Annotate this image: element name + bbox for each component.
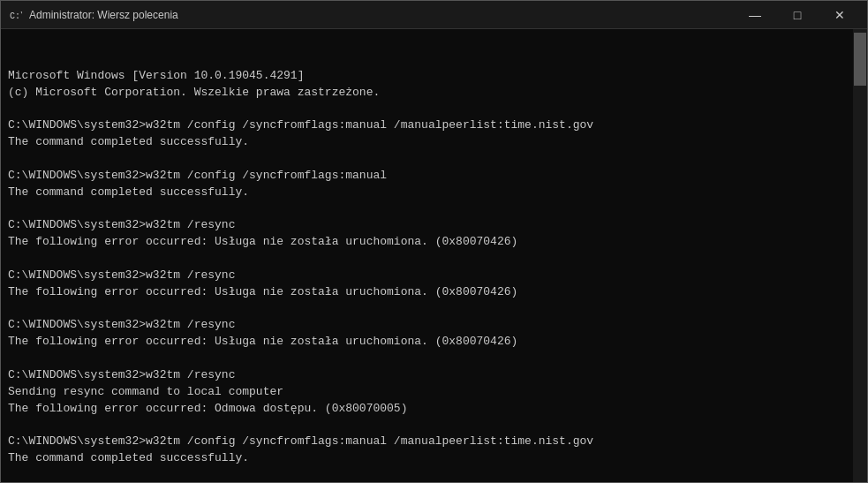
close-button[interactable]: ✕: [819, 1, 860, 29]
terminal-line: C:\WINDOWS\system32>w32tm /resync: [8, 317, 846, 334]
terminal-line: The command completed successfully.: [8, 134, 846, 151]
terminal-line: C:\WINDOWS\system32>w32tm /config /syncf…: [8, 117, 846, 134]
terminal-line: [8, 200, 846, 217]
terminal-line: C:\WINDOWS\system32>w32tm /resync: [8, 217, 846, 234]
terminal-line: [8, 101, 846, 117]
terminal-line: The following error occurred: Usługa nie…: [8, 234, 846, 251]
scrollbar-thumb[interactable]: [854, 33, 866, 86]
scrollbar[interactable]: [853, 29, 867, 482]
terminal-line: C:\WINDOWS\system32>w32tm /config /syncf…: [8, 168, 846, 185]
terminal-line: Sending resync command to local computer: [8, 384, 846, 401]
terminal-line: [8, 351, 846, 367]
terminal-line: (c) Microsoft Corporation. Wszelkie praw…: [8, 85, 846, 102]
terminal-line: Microsoft Windows [Version 10.0.19045.42…: [8, 68, 846, 85]
terminal-line: The command completed successfully.: [8, 450, 846, 467]
terminal-line: [8, 301, 846, 318]
terminal-line: [8, 151, 846, 168]
terminal-line: [8, 251, 846, 268]
title-bar-left: C:\ Administrator: Wiersz polecenia: [8, 8, 178, 22]
terminal-line: [8, 467, 846, 482]
terminal-line: [8, 417, 846, 434]
terminal-line: The command completed successfully.: [8, 185, 846, 201]
terminal-line: The following error occurred: Odmowa dos…: [8, 401, 846, 418]
title-bar: C:\ Administrator: Wiersz polecenia — □ …: [1, 1, 867, 29]
svg-text:C:\: C:\: [10, 11, 22, 21]
terminal-line: The following error occurred: Usługa nie…: [8, 334, 846, 351]
terminal-line: C:\WINDOWS\system32>w32tm /config /syncf…: [8, 434, 846, 450]
minimize-button[interactable]: —: [735, 1, 775, 29]
window: C:\ Administrator: Wiersz polecenia — □ …: [0, 0, 868, 483]
terminal-line: C:\WINDOWS\system32>w32tm /resync: [8, 268, 846, 284]
terminal-line: C:\WINDOWS\system32>w32tm /resync: [8, 367, 846, 384]
maximize-button[interactable]: □: [777, 1, 818, 29]
cmd-icon: C:\: [8, 8, 22, 22]
window-title: Administrator: Wiersz polecenia: [29, 9, 178, 21]
window-controls: — □ ✕: [735, 1, 860, 29]
terminal-output[interactable]: Microsoft Windows [Version 10.0.19045.42…: [1, 29, 853, 482]
terminal-line: The following error occurred: Usługa nie…: [8, 284, 846, 301]
terminal-wrapper: Microsoft Windows [Version 10.0.19045.42…: [1, 29, 867, 482]
